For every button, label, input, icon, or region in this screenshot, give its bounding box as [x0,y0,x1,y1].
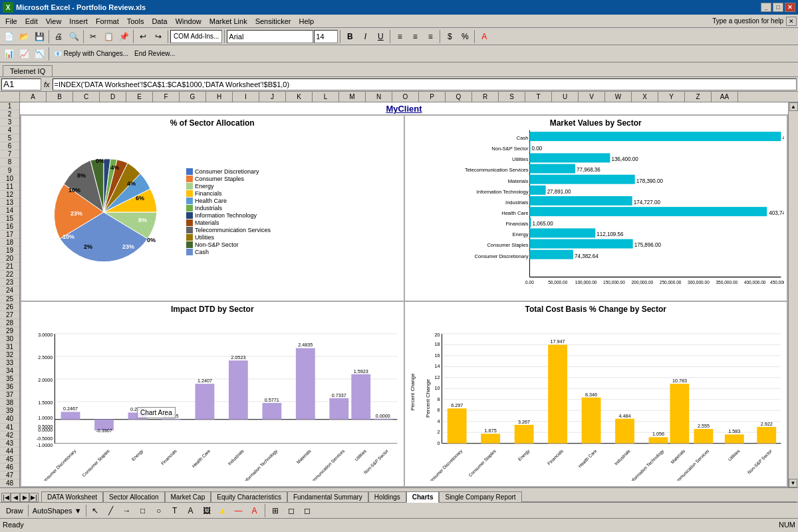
col-Q[interactable]: Q [446,92,472,102]
col-E[interactable]: E [126,92,153,102]
help-box[interactable]: Type a question for help [712,17,783,25]
draw-oval-tool[interactable]: ○ [152,503,166,518]
row-42[interactable]: 42 [0,432,19,440]
row-47[interactable]: 47 [0,471,19,479]
row-27[interactable]: 27 [0,311,19,319]
col-M[interactable]: M [339,92,366,102]
tab-sector-allocation[interactable]: Sector Allocation [103,491,165,502]
reply-changes[interactable]: 📧 Reply with Changes... [51,50,131,57]
menu-format[interactable]: Format [92,16,123,27]
menu-tools[interactable]: Tools [123,16,148,27]
menu-sensiticker[interactable]: Sensiticker [251,16,295,27]
row-15[interactable]: 15 [0,215,19,223]
tab-holdings[interactable]: Holdings [368,491,406,502]
menu-window[interactable]: Window [172,16,205,27]
draw-wordart-tool[interactable]: A [184,503,198,518]
help-close[interactable]: ✕ [786,17,797,26]
draw-select-tool[interactable]: ↖ [88,503,102,518]
tab-prev-button[interactable]: ◀ [11,493,20,502]
row-46[interactable]: 46 [0,464,19,471]
col-Y[interactable]: Y [658,92,685,102]
tab-next-button[interactable]: ▶ [20,493,29,502]
cell-name-box[interactable] [1,78,41,90]
minimize-button[interactable]: _ [761,3,771,12]
close-button[interactable]: ✕ [785,3,795,12]
row-26[interactable]: 26 [0,303,19,311]
menu-insert[interactable]: Insert [65,16,92,27]
draw-3d-tool[interactable]: ◻ [300,503,315,518]
tb2-icon3[interactable]: 📉 [32,47,47,61]
autoshapes-button[interactable]: AutoShapes ▼ [30,505,84,516]
col-D[interactable]: D [100,92,126,102]
row-31[interactable]: 31 [0,343,19,351]
col-A[interactable]: A [20,92,47,102]
col-P[interactable]: P [419,92,446,102]
row-40[interactable]: 40 [0,415,19,423]
draw-align-tool[interactable]: ⊞ [268,503,283,518]
menu-edit[interactable]: Edit [21,16,42,27]
col-S[interactable]: S [499,92,525,102]
col-I[interactable]: I [233,92,259,102]
tab-market-cap[interactable]: Market Cap [165,491,211,502]
draw-line-tool[interactable]: ╱ [104,503,118,518]
col-B[interactable]: B [47,92,73,102]
tab-last-button[interactable]: ▶| [29,493,39,502]
row-3[interactable]: 3 [0,118,19,126]
formula-input[interactable] [53,78,797,90]
draw-rect-tool[interactable]: □ [136,503,150,518]
row-21[interactable]: 21 [0,263,19,271]
row-41[interactable]: 41 [0,424,19,432]
row-19[interactable]: 19 [0,247,19,255]
col-R[interactable]: R [472,92,499,102]
row-39[interactable]: 39 [0,407,19,415]
row-36[interactable]: 36 [0,383,19,391]
row-22[interactable]: 22 [0,271,19,279]
italic-button[interactable]: I [358,29,372,44]
menu-marketlink[interactable]: Market Link [205,16,251,27]
draw-fill-color-tool[interactable]: ▲ [215,503,230,518]
tab-single-company-report[interactable]: Single Company Report [439,491,521,502]
row-29[interactable]: 29 [0,327,19,335]
tab-first-button[interactable]: |◀ [1,493,11,502]
font-color-button[interactable]: A [477,29,491,44]
col-Z[interactable]: Z [685,92,712,102]
row-18[interactable]: 18 [0,239,19,247]
row-43[interactable]: 43 [0,440,19,448]
bold-button[interactable]: B [342,29,357,44]
cells-area[interactable]: MyClient ▲ ▼ % of Sector Allocation [20,102,798,487]
align-left-button[interactable]: ≡ [392,29,407,44]
row-20[interactable]: 20 [0,255,19,263]
tab-equity-characteristics[interactable]: Equity Characteristics [211,491,287,502]
font-selector[interactable] [227,30,313,43]
redo-button[interactable]: ↪ [151,29,166,44]
preview-button[interactable]: 🔍 [66,29,81,44]
row-30[interactable]: 30 [0,335,19,343]
row-14[interactable]: 14 [0,207,19,215]
align-right-button[interactable]: ≡ [423,29,438,44]
menu-file[interactable]: File [1,16,21,27]
row-34[interactable]: 34 [0,367,19,375]
row-7[interactable]: 7 [0,150,19,158]
col-C[interactable]: C [73,92,100,102]
row-16[interactable]: 16 [0,223,19,231]
draw-textbox-tool[interactable]: T [168,503,182,518]
draw-label[interactable]: Draw [3,505,27,517]
col-H[interactable]: H [206,92,233,102]
row-25[interactable]: 25 [0,295,19,303]
row-13[interactable]: 13 [0,199,19,207]
col-W[interactable]: W [605,92,632,102]
col-F[interactable]: F [153,92,180,102]
row-44[interactable]: 44 [0,448,19,456]
menu-help[interactable]: Help [295,16,318,27]
open-button[interactable]: 📂 [17,29,31,44]
row-45[interactable]: 45 [0,456,19,464]
font-size-selector[interactable] [314,30,338,43]
draw-shadow-tool[interactable]: ◻ [284,503,299,518]
col-AA[interactable]: AA [712,92,738,102]
impact-dtd-chart-box[interactable]: Impact DTD by Sector [21,301,404,487]
tab-data-worksheet[interactable]: DATA Worksheet [41,491,103,502]
draw-line-color-tool[interactable]: — [231,503,246,518]
underline-button[interactable]: U [373,29,388,44]
row-8[interactable]: 8 [0,158,19,166]
currency-button[interactable]: $ [442,29,457,44]
